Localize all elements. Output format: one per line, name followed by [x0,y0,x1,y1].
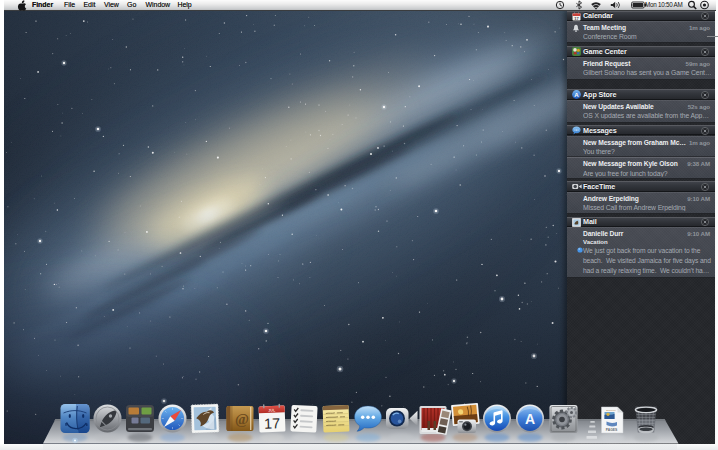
svg-text:A: A [525,411,535,427]
svg-text:A: A [574,91,579,98]
svg-text:17: 17 [264,415,281,432]
svg-text:PAGES: PAGES [606,428,618,432]
svg-text:JUL: JUL [268,408,276,412]
svg-text:17: 17 [574,15,579,20]
svg-text:@: @ [235,411,249,427]
svg-text:Brochure: Brochure [606,409,616,412]
